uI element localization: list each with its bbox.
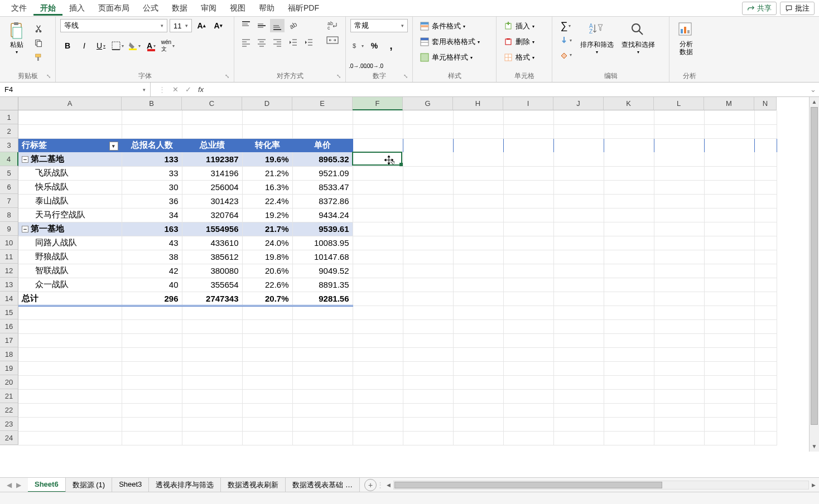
ribbon-tab-插入[interactable]: 插入 — [62, 2, 91, 14]
row-header-5[interactable]: 5 — [0, 166, 18, 180]
merge-button[interactable] — [324, 33, 341, 47]
scroll-down-button[interactable]: ▼ — [810, 442, 819, 452]
enter-formula-button[interactable]: ✓ — [185, 85, 191, 94]
font-name-combo[interactable]: 等线▾ — [60, 19, 167, 32]
column-header-A[interactable]: A — [18, 97, 122, 110]
row-header-24[interactable]: 24 — [0, 431, 18, 445]
copy-button[interactable] — [32, 37, 45, 49]
hscroll-thumb[interactable] — [394, 482, 662, 488]
cut-button[interactable] — [32, 22, 45, 35]
column-header-M[interactable]: M — [704, 97, 754, 110]
expand-formula-bar-button[interactable]: ⌄ — [807, 85, 819, 94]
sheet-nav-prev-button[interactable]: ◀ — [7, 481, 12, 489]
share-button[interactable]: 共享 — [742, 2, 777, 15]
align-left-button[interactable] — [239, 36, 253, 49]
autosum-button[interactable]: ∑ — [557, 19, 575, 32]
conditional-format-button[interactable]: 条件格式 ▾ — [417, 19, 468, 33]
row-header-7[interactable]: 7 — [0, 194, 18, 208]
ribbon-tab-审阅[interactable]: 审阅 — [194, 2, 223, 14]
row-header-11[interactable]: 11 — [0, 250, 18, 264]
font-launcher-icon[interactable]: ⤡ — [225, 73, 232, 80]
align-right-button[interactable] — [270, 36, 285, 49]
column-header-C[interactable]: C — [182, 97, 242, 110]
ribbon-tab-开始[interactable]: 开始 — [33, 2, 62, 16]
cancel-formula-button[interactable]: ✕ — [172, 85, 179, 94]
fill-color-button[interactable] — [127, 39, 142, 52]
row-header-10[interactable]: 10 — [0, 236, 18, 250]
accounting-format-button[interactable]: $ — [350, 39, 365, 52]
align-center-button[interactable] — [254, 36, 269, 49]
align-bottom-button[interactable] — [270, 19, 285, 32]
indent-increase-button[interactable] — [301, 36, 316, 49]
indent-decrease-button[interactable] — [286, 36, 300, 49]
comma-button[interactable]: , — [384, 39, 398, 52]
ribbon-tab-数据[interactable]: 数据 — [165, 2, 194, 14]
row-header-19[interactable]: 19 — [0, 361, 18, 375]
column-header-F[interactable]: F — [353, 97, 403, 110]
format-as-table-button[interactable]: 套用表格格式 ▾ — [417, 35, 482, 49]
column-header-N[interactable]: N — [754, 97, 777, 110]
scroll-right-button[interactable]: ▶ — [809, 481, 818, 489]
sheet-tab[interactable]: 数据透视表刷新 — [221, 478, 286, 492]
font-size-combo[interactable]: 11▾ — [170, 19, 192, 32]
bold-button[interactable]: B — [60, 39, 75, 52]
row-header-20[interactable]: 20 — [0, 375, 18, 389]
insert-cells-button[interactable]: 插入 ▾ — [501, 19, 537, 33]
border-button[interactable] — [110, 39, 125, 52]
row-header-9[interactable]: 9 — [0, 222, 18, 236]
sheet-tab[interactable]: Sheet3 — [112, 478, 149, 492]
row-header-3[interactable]: 3 — [0, 138, 18, 152]
alignment-launcher-icon[interactable]: ⤡ — [336, 73, 343, 80]
column-header-L[interactable]: L — [654, 97, 704, 110]
row-header-1[interactable]: 1 — [0, 110, 18, 124]
comments-button[interactable]: 批注 — [780, 2, 815, 15]
orientation-button[interactable]: ab — [286, 19, 300, 32]
fx-button[interactable]: fx — [198, 85, 204, 94]
sheet-nav-next-button[interactable]: ▶ — [16, 481, 21, 489]
column-header-B[interactable]: B — [122, 97, 182, 110]
row-header-17[interactable]: 17 — [0, 333, 18, 347]
underline-button[interactable]: U — [94, 39, 108, 52]
row-header-2[interactable]: 2 — [0, 124, 18, 138]
row-header-15[interactable]: 15 — [0, 306, 18, 319]
column-header-I[interactable]: I — [503, 97, 553, 110]
format-painter-button[interactable] — [32, 51, 45, 64]
name-box[interactable]: F4 ▾ — [0, 83, 151, 96]
wrap-text-button[interactable]: abc — [324, 19, 341, 32]
percent-button[interactable]: % — [367, 39, 382, 52]
row-header-22[interactable]: 22 — [0, 403, 18, 417]
row-header-23[interactable]: 23 — [0, 417, 18, 431]
sheet-tab[interactable]: 数据透视表基础 … — [286, 478, 360, 492]
horizontal-scrollbar[interactable]: ◀ ▶ — [393, 481, 809, 490]
delete-cells-button[interactable]: 删除 ▾ — [501, 35, 537, 49]
grow-font-button[interactable]: A▴ — [194, 19, 209, 32]
collapse-button[interactable]: − — [22, 226, 28, 232]
align-top-button[interactable] — [239, 19, 253, 32]
row-header-18[interactable]: 18 — [0, 347, 18, 361]
align-middle-button[interactable] — [254, 19, 269, 32]
analyze-data-button[interactable]: 分析 数据 — [674, 19, 698, 59]
column-header-D[interactable]: D — [242, 97, 292, 110]
ribbon-tab-帮助[interactable]: 帮助 — [252, 2, 281, 14]
number-format-combo[interactable]: 常规▾ — [350, 19, 408, 32]
ribbon-tab-页面布局[interactable]: 页面布局 — [91, 2, 136, 14]
sheet-tab[interactable]: 数据源 (1) — [66, 478, 113, 492]
clipboard-launcher-icon[interactable]: ⤡ — [46, 73, 53, 80]
cells-area[interactable]: 行标签▾总报名人数总业绩转化率单价−第二基地133119238719.6%896… — [18, 110, 777, 445]
row-header-8[interactable]: 8 — [0, 208, 18, 222]
column-header-H[interactable]: H — [453, 97, 503, 110]
scroll-up-button[interactable]: ▲ — [810, 97, 819, 107]
ribbon-tab-视图[interactable]: 视图 — [223, 2, 252, 14]
italic-button[interactable]: I — [77, 39, 91, 52]
row-header-14[interactable]: 14 — [0, 292, 18, 306]
paste-button[interactable]: 粘贴 ▾ — [4, 19, 29, 57]
ribbon-tab-福昕PDF[interactable]: 福昕PDF — [281, 2, 326, 14]
sheet-tab[interactable]: 透视表排序与筛选 — [149, 478, 221, 492]
column-header-J[interactable]: J — [553, 97, 604, 110]
find-select-button[interactable]: 查找和选择▾ — [619, 19, 657, 57]
cell-styles-button[interactable]: 单元格样式 ▾ — [417, 50, 475, 65]
row-header-6[interactable]: 6 — [0, 180, 18, 194]
chevron-down-icon[interactable]: ▾ — [143, 87, 146, 93]
row-header-16[interactable]: 16 — [0, 319, 18, 333]
clear-button[interactable] — [557, 48, 575, 61]
